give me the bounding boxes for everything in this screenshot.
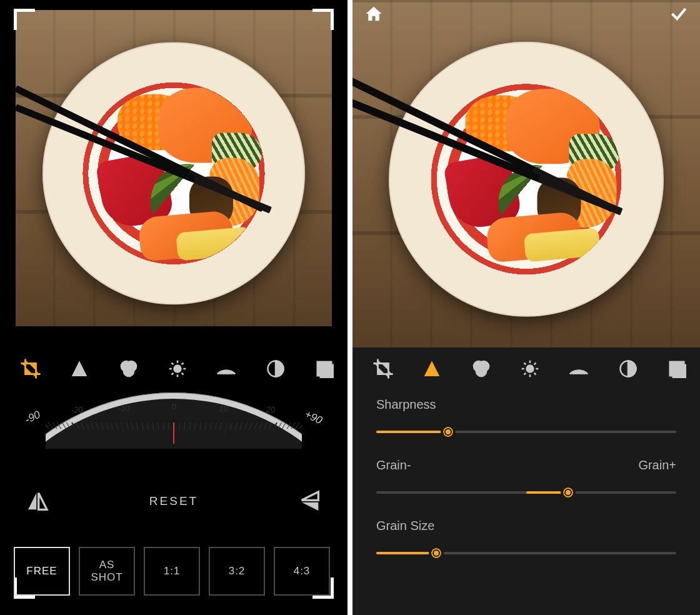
svg-point-9	[476, 366, 486, 376]
edit-toolbar	[0, 349, 348, 389]
slider-label: Grain-	[376, 458, 411, 472]
filters-tool-icon[interactable]	[565, 355, 592, 382]
aspect-ratio-row: FREEASSHOT1:13:24:3	[0, 541, 348, 601]
slider-label-right: Grain+	[638, 458, 676, 472]
photo-subject-bowl	[389, 42, 664, 317]
slider-grain: Grain-Grain+	[376, 458, 676, 499]
home-icon[interactable]	[364, 4, 384, 24]
slider-thumb[interactable]	[441, 424, 456, 439]
light-tool-icon[interactable]	[516, 355, 544, 382]
dial-needle	[173, 422, 174, 444]
aspect-ratio-asshot[interactable]: ASSHOT	[79, 547, 135, 596]
slider-label: Sharpness	[376, 398, 436, 412]
flip-vertical-icon[interactable]	[296, 488, 324, 515]
slider-thumb[interactable]	[561, 485, 576, 500]
slider-sharpness: Sharpness	[376, 398, 676, 438]
slider-track[interactable]	[376, 486, 676, 499]
frame-tool-icon[interactable]	[311, 355, 338, 382]
dial-tick-label: 0	[171, 402, 176, 411]
aspect-ratio-free[interactable]: FREE	[14, 547, 70, 596]
rotate-minus90-label[interactable]: -90	[23, 409, 42, 427]
dial-tick-label: 20	[266, 405, 275, 414]
dial-tick-label: -10	[118, 404, 130, 413]
svg-point-2	[124, 366, 134, 376]
aspect-ratio-3_2[interactable]: 3:2	[209, 547, 265, 596]
svg-point-3	[174, 366, 181, 372]
light-tool-icon[interactable]	[164, 355, 191, 382]
confirm-icon[interactable]	[669, 4, 689, 24]
sharpen-tool-icon[interactable]	[66, 355, 93, 382]
svg-rect-13	[673, 365, 686, 378]
flip-horizontal-icon[interactable]	[24, 488, 51, 515]
crop-screen: -90 -30-20-100102030 +90 RESET FREEASSHO…	[0, 0, 348, 615]
bw-tool-icon[interactable]	[262, 355, 289, 382]
sliders-panel: SharpnessGrain-Grain+Grain Size	[352, 398, 700, 579]
aspect-ratio-1_1[interactable]: 1:1	[144, 547, 200, 596]
rotation-dial[interactable]: -90 -30-20-100102030 +90	[0, 392, 348, 468]
dial-tick-label: 10	[219, 404, 228, 413]
sharpen-tool-icon[interactable]	[418, 355, 446, 382]
filters-tool-icon[interactable]	[212, 355, 240, 382]
photo-preview-right[interactable]	[352, 0, 700, 348]
crop-tool-icon[interactable]	[369, 355, 397, 382]
bw-tool-icon[interactable]	[614, 355, 642, 382]
reset-button[interactable]: RESET	[149, 494, 198, 508]
edit-toolbar	[352, 349, 700, 389]
svg-point-10	[527, 366, 534, 372]
aspect-ratio-4_3[interactable]: 4:3	[274, 547, 330, 596]
slider-label: Grain Size	[376, 519, 434, 533]
color-tool-icon[interactable]	[115, 355, 142, 382]
slider-track[interactable]	[376, 547, 676, 559]
slider-track[interactable]	[376, 426, 676, 438]
dial-tick-label: -20	[71, 405, 83, 414]
slider-thumb[interactable]	[429, 546, 444, 561]
color-tool-icon[interactable]	[468, 355, 495, 382]
photo-preview-left[interactable]	[16, 10, 332, 326]
sharpen-screen: SharpnessGrain-Grain+Grain Size	[352, 0, 700, 615]
rotate-plus90-label[interactable]: +90	[302, 408, 324, 427]
slider-grain_size: Grain Size	[376, 519, 676, 559]
frame-tool-icon[interactable]	[663, 355, 691, 382]
crop-tool-icon[interactable]	[17, 355, 44, 382]
svg-rect-6	[321, 365, 334, 378]
